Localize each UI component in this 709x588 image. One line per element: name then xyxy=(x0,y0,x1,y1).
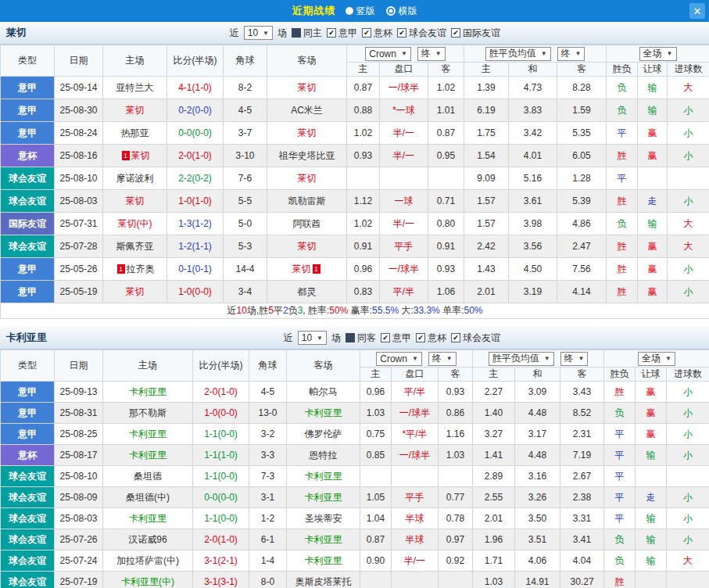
handicap-cell: 半/一 xyxy=(380,213,428,235)
col-type-header: 类型 xyxy=(1,350,55,382)
team-name-text: 祖华史塔比亚 xyxy=(279,150,335,161)
close-button[interactable]: ✕ xyxy=(689,3,705,19)
handicap-cell: 平手 xyxy=(392,487,439,508)
avg-home-cell: 1.41 xyxy=(473,445,515,466)
select-value: 终 xyxy=(561,47,571,60)
avg-home-cell: 2.01 xyxy=(464,281,509,303)
corner-cell: 7-3 xyxy=(249,466,287,487)
scope-select[interactable]: 全场▼ xyxy=(638,352,675,366)
select-value: 全场 xyxy=(643,47,662,60)
team-name-text: 莱切 xyxy=(298,173,317,184)
score-cell: 1-1(0-0) xyxy=(193,466,249,487)
avg-draw-cell: 3.42 xyxy=(509,122,557,145)
avg-header-group: 胜平负均值▼ 终▼ xyxy=(464,45,607,63)
avg-away-cell: 7.19 xyxy=(560,445,604,466)
score-cell: 2-2(0-2) xyxy=(167,167,224,190)
result-cell: 负 xyxy=(604,403,636,424)
summary-segment: 赢率: xyxy=(348,305,372,316)
odds-home-cell: 0.88 xyxy=(347,99,380,122)
handicap-cell: 一/球半 xyxy=(380,258,428,281)
summary-segment: 33.3% xyxy=(414,305,440,316)
type-cell: 球会友谊 xyxy=(1,550,55,572)
team-name: 莱切 xyxy=(6,26,27,40)
result-cell: 平 xyxy=(604,424,636,445)
checkbox-label: 同客 xyxy=(357,332,376,345)
avg-home-cell: 1.39 xyxy=(464,77,509,99)
score-cell: 2-0(1-0) xyxy=(193,529,249,550)
odds-final-select[interactable]: 终▼ xyxy=(428,352,457,366)
result-cell: 胜 xyxy=(604,572,636,588)
date-cell: 25-08-10 xyxy=(55,466,103,487)
odds-final-select[interactable]: 终▼ xyxy=(417,47,446,61)
radio-horizontal[interactable]: 横版 xyxy=(386,5,417,18)
goals-cell: 小 xyxy=(668,190,709,213)
away-team: 都灵 xyxy=(267,281,347,303)
handicap-result-cell xyxy=(636,572,667,588)
odds-home-cell: 0.93 xyxy=(347,145,380,167)
handicap-cell: 半/一 xyxy=(392,550,439,572)
team-name-text: 摩诺波利 xyxy=(116,173,154,184)
corner-cell: 5-0 xyxy=(224,213,267,235)
filter-checkbox[interactable]: ✔意杯 xyxy=(362,27,392,40)
filter-checkbox[interactable]: ✔意杯 xyxy=(416,332,446,345)
match-row: 意甲25-08-25卡利亚里1-1(0-0)3-2佛罗伦萨0.75*平/半1.1… xyxy=(1,424,709,445)
avg-draw-cell: 4.50 xyxy=(509,258,557,281)
filter-checkbox[interactable]: ✔球会友谊 xyxy=(451,332,500,345)
score-cell: 1-1(1-0) xyxy=(193,445,249,466)
matches-table: 类型 日期 主场 比分(半场) 角球 客场 Crown▼ 终▼ 胜平负均值▼ 终… xyxy=(0,45,709,319)
filter-checkbox[interactable]: 同客 xyxy=(346,332,376,345)
result-cell: 负 xyxy=(604,529,636,550)
match-count-select[interactable]: 10▼ xyxy=(244,26,273,40)
handicap-result-cell: 走 xyxy=(638,190,668,213)
home-team: 那不勒斯 xyxy=(103,403,193,424)
corner-cell: 13-0 xyxy=(249,403,287,424)
handicap-cell: 半/一 xyxy=(380,145,428,167)
goals-cell: 小 xyxy=(668,281,709,303)
radio-horizontal-label: 横版 xyxy=(399,5,417,18)
match-count-select[interactable]: 10▼ xyxy=(298,331,327,345)
sub-result-header: 胜负 xyxy=(604,368,636,382)
scope-select[interactable]: 全场▼ xyxy=(639,47,677,61)
home-team: 莱切 xyxy=(103,99,167,122)
handicap-result-cell: 赢 xyxy=(638,145,668,167)
handicap-cell: 半球 xyxy=(392,508,439,529)
filter-checkbox[interactable]: ✔国际友谊 xyxy=(451,27,500,40)
filter-checkbox[interactable]: 同主 xyxy=(292,27,322,40)
goals-cell: 大 xyxy=(668,213,709,235)
away-team: 莱切 xyxy=(267,122,347,145)
bookmaker-select[interactable]: Crown▼ xyxy=(365,47,411,61)
select-value: 10 xyxy=(248,27,258,38)
radio-vertical[interactable]: 竖版 xyxy=(346,5,375,18)
avg-home-cell: 2.89 xyxy=(473,466,515,487)
section-header: 莱切 近10▼场同主✔意甲✔意杯✔球会友谊✔国际友谊 xyxy=(0,22,709,45)
sub-home-odds-header: 主 xyxy=(347,63,380,77)
home-team: 卡利亚里 xyxy=(103,382,193,403)
avg-select[interactable]: 胜平负均值▼ xyxy=(485,47,551,61)
score-cell: 1-1(0-0) xyxy=(193,424,249,445)
select-value: 胜平负均值 xyxy=(489,47,536,60)
corner-cell: 3-4 xyxy=(224,281,267,303)
checkbox-icon xyxy=(346,333,355,342)
avg-away-cell: 30.27 xyxy=(560,572,604,588)
chevron-down-icon: ▼ xyxy=(435,50,442,57)
odds-home-cell: 1.04 xyxy=(360,508,392,529)
avg-final-select[interactable]: 终▼ xyxy=(557,47,585,61)
filter-checkbox[interactable]: ✔球会友谊 xyxy=(397,27,446,40)
avg-final-select[interactable]: 终▼ xyxy=(560,352,589,366)
filter-checkbox[interactable]: ✔意甲 xyxy=(381,332,411,345)
radio-selected-icon xyxy=(386,6,396,16)
filter-games-label: 场 xyxy=(331,332,341,345)
chevron-down-icon: ▼ xyxy=(665,355,671,362)
avg-header-group: 胜平负均值▼ 终▼ xyxy=(473,350,604,368)
avg-away-cell: 1.59 xyxy=(557,99,607,122)
home-team: 莱切 xyxy=(103,281,167,303)
bookmaker-select[interactable]: Crown▼ xyxy=(376,352,422,366)
filter-checkbox[interactable]: ✔意甲 xyxy=(327,27,357,40)
checkbox-icon: ✔ xyxy=(416,333,425,342)
col-away-header: 客场 xyxy=(267,45,347,77)
sub-handicap-result-header: 让球 xyxy=(638,63,668,77)
avg-select[interactable]: 胜平负均值▼ xyxy=(489,352,554,366)
avg-home-cell: 1.03 xyxy=(473,572,515,588)
home-team: 卡利亚里 xyxy=(103,424,193,445)
match-row: 意甲25-09-13卡利亚里2-0(1-0)4-5帕尔马0.96平/半0.932… xyxy=(1,382,709,403)
